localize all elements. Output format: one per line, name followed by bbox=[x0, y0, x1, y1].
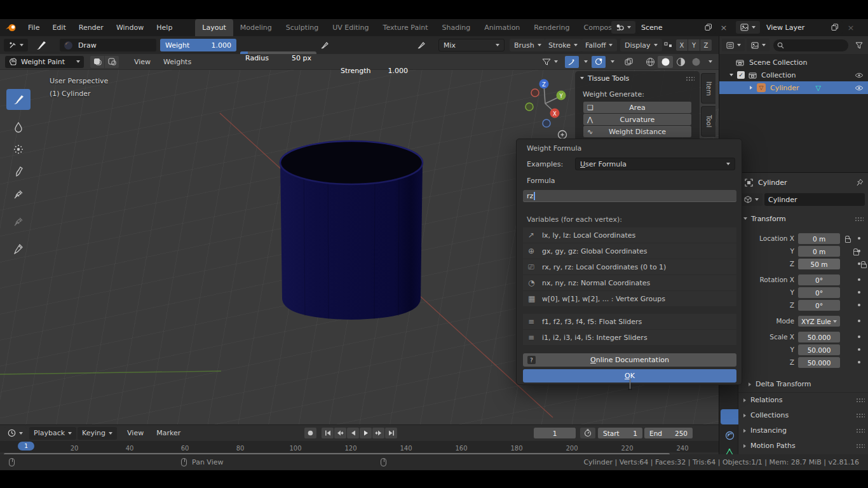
collection-checkbox[interactable]: ✓ bbox=[737, 71, 745, 79]
outliner-row-collection[interactable]: ✓ Collection bbox=[719, 69, 868, 81]
brush-selector[interactable]: Draw bbox=[60, 39, 156, 51]
workspace-tab-layout[interactable]: Layout bbox=[195, 19, 233, 36]
variable-row-local[interactable]: ↗lx, ly, lz: Local Coordinates bbox=[523, 227, 736, 243]
animate-dot-icon[interactable] bbox=[858, 320, 860, 322]
tool-sample-group-button[interactable] bbox=[10, 214, 27, 229]
menu-render[interactable]: Render bbox=[72, 19, 110, 36]
panel-grip-icon[interactable] bbox=[686, 76, 695, 81]
start-frame-field[interactable]: Start1 bbox=[598, 428, 642, 438]
view-layer-name-field[interactable]: View Layer bbox=[763, 21, 843, 34]
end-frame-field[interactable]: End250 bbox=[644, 428, 693, 438]
weights-menu[interactable]: Weights bbox=[157, 54, 198, 70]
current-frame-field[interactable]: 1 bbox=[534, 428, 576, 438]
outliner-row-cylinder[interactable]: ▽ Cylinder ▽ bbox=[719, 81, 868, 94]
tool-draw-button[interactable] bbox=[6, 89, 31, 110]
panel-grip-icon[interactable] bbox=[856, 398, 865, 402]
radius-pressure-icon[interactable] bbox=[318, 39, 332, 51]
location-z-field[interactable]: 50 m bbox=[798, 259, 840, 269]
outliner-row-scene-collection[interactable]: Scene Collection bbox=[719, 56, 868, 69]
eye-icon[interactable] bbox=[855, 72, 864, 78]
panel-grip-icon[interactable] bbox=[856, 413, 865, 417]
blender-logo-icon[interactable] bbox=[0, 24, 22, 32]
instancing-section[interactable]: Instancing bbox=[743, 426, 787, 435]
breadcrumb-object-name[interactable]: Cylinder bbox=[758, 179, 787, 187]
workspace-tab-animation[interactable]: Animation bbox=[477, 19, 527, 36]
workspace-tab-modeling[interactable]: Modeling bbox=[233, 19, 279, 36]
falloff-popover[interactable]: Falloff bbox=[581, 39, 617, 51]
unlink-scene-button[interactable]: × bbox=[718, 21, 729, 34]
scale-x-field[interactable]: 50.000 bbox=[798, 332, 840, 342]
tool-sample-weight-button[interactable] bbox=[10, 186, 27, 201]
scene-browse-button[interactable] bbox=[611, 21, 635, 34]
panel-title[interactable]: Tissue Tools bbox=[588, 74, 629, 83]
object-visibility-dropdown[interactable] bbox=[538, 56, 561, 68]
timeline-editor-type-button[interactable] bbox=[4, 427, 27, 440]
timeline-marker-menu[interactable]: Marker bbox=[150, 425, 187, 441]
editor-type-button[interactable] bbox=[4, 39, 28, 51]
relations-section[interactable]: Relations bbox=[743, 396, 783, 404]
rotation-y-field[interactable]: 0° bbox=[798, 287, 840, 298]
shading-rendered-icon[interactable] bbox=[688, 56, 703, 68]
sidebar-tab-item[interactable]: Item bbox=[701, 73, 715, 104]
sidebar-tab-tool[interactable]: Tool bbox=[701, 106, 715, 137]
menu-file[interactable]: File bbox=[22, 19, 46, 36]
collections-section[interactable]: Collections bbox=[743, 411, 789, 419]
brush-icon[interactable] bbox=[32, 38, 51, 52]
navigation-gizmo[interactable]: Z Y X bbox=[518, 70, 575, 140]
mirror-z-toggle[interactable]: Z bbox=[700, 39, 712, 51]
animate-dot-icon[interactable] bbox=[858, 336, 860, 338]
paint-mask-icon[interactable] bbox=[90, 56, 104, 68]
animate-dot-icon[interactable] bbox=[858, 361, 860, 363]
variable-row-normal[interactable]: ◔nx, ny, nz: Normal Coordinates bbox=[523, 275, 736, 290]
display-popover[interactable]: Display bbox=[620, 39, 662, 51]
animate-dot-icon[interactable] bbox=[858, 250, 860, 252]
workspace-tab-texture-paint[interactable]: Texture Paint bbox=[376, 19, 435, 36]
rotation-mode-dropdown[interactable]: XYZ Eule bbox=[798, 316, 840, 327]
tool-average-button[interactable] bbox=[10, 142, 27, 157]
next-keyframe-button[interactable] bbox=[372, 428, 384, 438]
animate-dot-icon[interactable] bbox=[858, 278, 860, 281]
workspace-tab-sculpting[interactable]: Sculpting bbox=[279, 19, 325, 36]
delta-transform-section[interactable]: Delta Transform bbox=[749, 380, 811, 388]
timeline-ruler[interactable]: 20 40 60 80 100 120 140 160 180 200 220 … bbox=[0, 441, 719, 452]
eye-icon[interactable] bbox=[855, 85, 864, 91]
animate-dot-icon[interactable] bbox=[858, 237, 860, 240]
variable-row-integer-sliders[interactable]: ≡i1, i2, i3, i4, i5: Integer Sliders bbox=[523, 330, 736, 345]
jump-to-start-button[interactable] bbox=[322, 428, 334, 438]
variable-row-vertex-groups[interactable]: ▦w[0], w[1], w[2], ... : Vertex Groups bbox=[523, 291, 736, 306]
stroke-popover[interactable]: Stroke bbox=[544, 39, 582, 51]
location-x-field[interactable]: 0 m bbox=[798, 233, 840, 244]
scene-name-field[interactable]: Scene bbox=[637, 21, 716, 34]
tool-blur-button[interactable] bbox=[10, 119, 27, 135]
filter-icon[interactable] bbox=[853, 39, 865, 51]
keying-dropdown[interactable]: Keying bbox=[78, 427, 117, 440]
play-button[interactable] bbox=[360, 428, 372, 438]
vertex-mask-icon[interactable] bbox=[105, 56, 119, 68]
variable-row-relative[interactable]: ⎚rx, ry, rz: Local Coordinates (0 to 1) bbox=[523, 259, 736, 274]
weight-distance-button[interactable]: ∿ Weight Distance bbox=[583, 126, 691, 137]
rotation-x-field[interactable]: 0° bbox=[798, 274, 840, 285]
examples-dropdown[interactable]: User Formula bbox=[575, 158, 735, 170]
expand-icon[interactable] bbox=[729, 74, 733, 76]
mirror-x-toggle[interactable]: X bbox=[676, 39, 688, 51]
transform-panel-header[interactable]: Transform bbox=[738, 212, 868, 225]
snap-settings-dropdown[interactable] bbox=[606, 56, 616, 68]
blend-mode-dropdown[interactable]: Mix bbox=[438, 39, 505, 51]
jump-to-end-button[interactable] bbox=[385, 428, 397, 438]
curvature-button[interactable]: ⋀ Curvature bbox=[583, 114, 691, 125]
tool-smear-button[interactable] bbox=[10, 164, 27, 179]
scale-z-field[interactable]: 50.000 bbox=[798, 357, 840, 368]
expand-icon[interactable] bbox=[750, 86, 752, 90]
object-type-dropdown[interactable] bbox=[740, 193, 763, 206]
animate-dot-icon[interactable] bbox=[858, 304, 860, 306]
view-menu[interactable]: View bbox=[128, 54, 157, 70]
snap-icon[interactable] bbox=[592, 56, 606, 68]
animate-dot-icon[interactable] bbox=[858, 291, 860, 294]
new-view-layer-icon[interactable] bbox=[831, 24, 839, 31]
workspace-tab-rendering[interactable]: Rendering bbox=[527, 19, 576, 36]
workspace-tab-shading[interactable]: Shading bbox=[435, 19, 478, 36]
use-preview-range-icon[interactable] bbox=[580, 428, 595, 438]
new-scene-icon[interactable] bbox=[705, 24, 712, 31]
variable-row-global[interactable]: ⊕gx, gy, gz: Global Coordinates bbox=[523, 243, 736, 259]
rotation-z-field[interactable]: 0° bbox=[798, 300, 840, 311]
